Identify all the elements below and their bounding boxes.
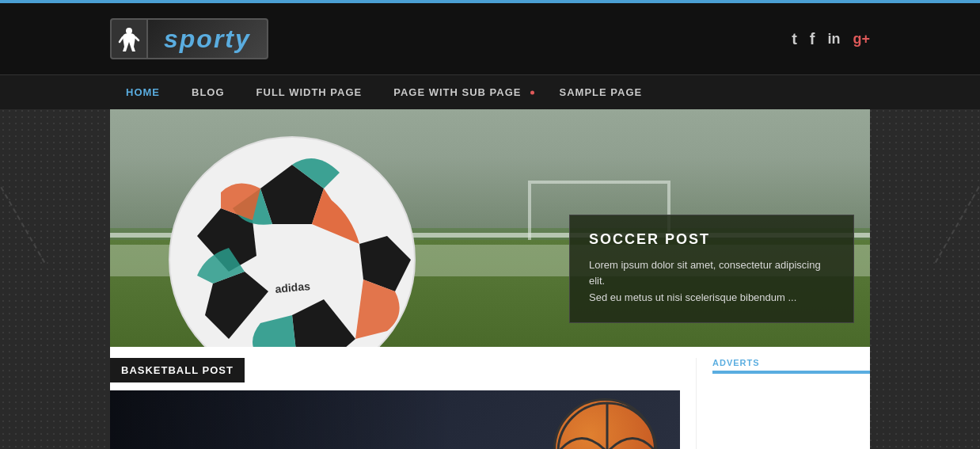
content-area: BASKETBALL POST — [110, 347, 870, 449]
adverts-section: ADVERTS — [712, 358, 870, 374]
hero-section: adidas SOCCER POST Lorem ipsum dolor sit… — [110, 109, 870, 347]
navbar: HOME BLOG FULL WIDTH PAGE PAGE WITH SUB … — [0, 74, 980, 109]
social-icons-group: t f in g+ — [792, 30, 870, 48]
site-header: sporty t f in g+ — [0, 3, 980, 74]
soccer-ball: adidas — [158, 125, 427, 347]
adverts-divider-bar — [712, 371, 870, 374]
athlete-icon — [116, 26, 142, 51]
nav-item-blog[interactable]: BLOG — [176, 77, 241, 108]
hero-text-overlay: SOCCER POST Lorem ipsum dolor sit amet, … — [569, 215, 854, 323]
facebook-icon[interactable]: f — [810, 30, 815, 48]
adverts-title: ADVERTS — [712, 358, 870, 367]
logo-area[interactable]: sporty — [110, 18, 268, 59]
main-content: BASKETBALL POST — [110, 358, 696, 449]
google-plus-icon[interactable]: g+ — [853, 31, 870, 48]
nav-item-sub-page[interactable]: PAGE WITH SUB PAGE — [378, 77, 543, 108]
svg-point-0 — [126, 28, 132, 34]
nav-item-full-width[interactable]: FULL WIDTH PAGE — [241, 77, 378, 108]
nav-item-home[interactable]: HOME — [110, 77, 176, 108]
nav-menu: HOME BLOG FULL WIDTH PAGE PAGE WITH SUB … — [110, 77, 658, 108]
logo-text-box: sporty — [148, 18, 268, 59]
basketball-thumbnail — [110, 390, 680, 449]
linkedin-icon[interactable]: in — [827, 31, 840, 48]
basketball-section: BASKETBALL POST — [110, 358, 680, 449]
logo-icon — [110, 18, 148, 59]
sidebar: ADVERTS — [696, 358, 870, 449]
logo-text: sporty — [164, 25, 251, 54]
hero-description: Lorem ipsum dolor sit amet, consectetur … — [589, 257, 834, 306]
hero-title: SOCCER POST — [589, 231, 834, 248]
twitter-icon[interactable]: t — [792, 30, 797, 48]
nav-item-sample[interactable]: SAMPLE PAGE — [544, 77, 659, 108]
basketball-section-header: BASKETBALL POST — [110, 358, 245, 382]
